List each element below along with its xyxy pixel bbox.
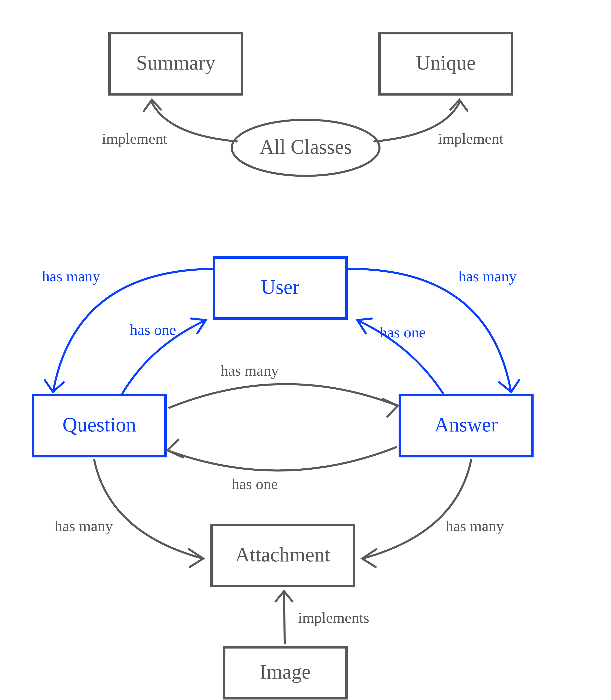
edge-image-attachment: implements — [275, 591, 369, 643]
edge-label-a-user-one: has one — [379, 324, 426, 341]
edge-label-user-q-many: has many — [42, 268, 100, 285]
node-image: Image — [224, 647, 346, 698]
label-unique: Unique — [416, 52, 476, 74]
edge-question-answer-many: has many — [169, 362, 398, 417]
edge-label-user-a-many: has many — [459, 268, 517, 285]
label-allclasses: All Classes — [259, 135, 352, 158]
edge-label-a-q-one: has one — [232, 476, 278, 492]
edge-answer-user-one: has one — [357, 319, 443, 394]
label-summary: Summary — [136, 52, 215, 74]
label-attachment: Attachment — [235, 543, 330, 566]
edge-label-img-att: implements — [298, 609, 369, 626]
node-user: User — [214, 257, 346, 319]
edge-allclasses-summary: implement — [102, 100, 237, 147]
edge-allclasses-unique: implement — [374, 100, 504, 147]
node-allclasses: All Classes — [232, 120, 379, 176]
edge-label-q-a-many: has many — [221, 362, 279, 379]
node-answer: Answer — [400, 395, 532, 456]
edge-answer-question-one: has one — [167, 440, 396, 492]
node-unique: Unique — [379, 33, 512, 94]
edge-question-attachment: has many — [55, 460, 203, 567]
edge-label-q-att-many: has many — [55, 517, 113, 534]
node-attachment: Attachment — [211, 525, 354, 586]
label-answer: Answer — [434, 413, 498, 436]
node-summary: Summary — [109, 33, 242, 94]
edge-label-ac-summary: implement — [102, 130, 167, 147]
edge-question-user-one: has one — [122, 319, 206, 394]
edge-answer-attachment: has many — [362, 460, 504, 567]
edge-label-a-att-many: has many — [446, 517, 504, 534]
label-image: Image — [260, 660, 311, 683]
node-question: Question — [33, 395, 166, 456]
edge-label-ac-unique: implement — [438, 130, 504, 147]
label-user: User — [261, 276, 299, 298]
label-question: Question — [63, 413, 136, 436]
edge-label-q-user-one: has one — [130, 321, 176, 338]
